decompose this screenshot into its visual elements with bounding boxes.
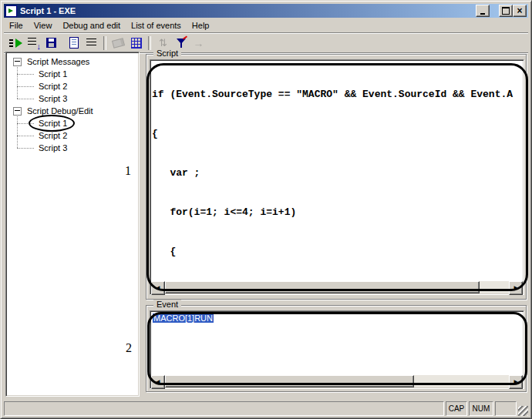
tree-item[interactable]: Script 3	[6, 142, 139, 154]
scroll-right-button[interactable]: ►	[509, 375, 523, 389]
step-icon: ⇅	[159, 38, 167, 48]
edit-script-icon	[69, 37, 79, 49]
edit-script-button[interactable]	[65, 35, 82, 52]
window-icon	[5, 5, 17, 17]
minimize-button[interactable]	[476, 5, 490, 17]
tree-item-label: Script 1	[37, 119, 69, 128]
event-horizontal-scrollbar[interactable]: ◄ ►	[151, 375, 523, 387]
event-list-button[interactable]	[82, 35, 100, 52]
code-horizontal-scrollbar[interactable]: ◄ ►	[151, 281, 523, 293]
tree-item[interactable]: Script 2	[6, 129, 139, 142]
save-button[interactable]	[42, 35, 60, 52]
tree-item[interactable]: Script 2	[6, 80, 139, 92]
tree-item-label: Script 1	[37, 69, 69, 79]
status-bar: CAP NUM	[4, 400, 528, 416]
window-title: Script 1 - EXE	[20, 6, 476, 15]
erase-button[interactable]	[109, 35, 127, 52]
scroll-lock-indicator	[495, 401, 517, 416]
tree-item-script-debug-edit[interactable]: Script Debug/Edit	[6, 105, 139, 117]
filter-icon	[176, 38, 187, 49]
script-groupbox: Script if (Event.SourceType == "MACRO" &…	[146, 49, 527, 300]
tree-item-label: Script 3	[37, 94, 69, 103]
collapse-toggle-icon[interactable]	[13, 107, 22, 116]
close-icon: ×	[517, 7, 522, 15]
tree-item-label: Script Debug/Edit	[25, 106, 95, 116]
load-script-button[interactable]	[25, 35, 42, 52]
menu-bar: File View Debug and edit List of events …	[4, 18, 528, 32]
scrollbar-track[interactable]	[165, 281, 509, 293]
tree-group-script-messages: Script Messages Script 1 Script 2 Script…	[6, 55, 139, 105]
scrollbar-thumb[interactable]	[165, 281, 480, 293]
app-window: Script 1 - EXE × File View Debug and edi…	[0, 0, 532, 419]
toolbar-separator	[103, 36, 106, 50]
collapse-toggle-icon[interactable]	[13, 58, 22, 66]
run-button[interactable]	[7, 35, 25, 52]
event-text: MACRO[1]RUN	[153, 313, 214, 323]
scrollbar-thumb[interactable]	[165, 375, 414, 387]
scroll-right-button[interactable]: ►	[509, 281, 523, 295]
code-line: var ;	[152, 166, 522, 179]
minimize-icon	[480, 13, 485, 15]
num-lock-indicator: NUM	[469, 401, 493, 416]
status-message-panel	[4, 401, 444, 416]
tree-item[interactable]: Script 1	[6, 68, 139, 80]
code-line: if (Event.SourceType == "MACRO" && Event…	[152, 88, 522, 101]
grid-button[interactable]	[127, 35, 145, 52]
title-bar[interactable]: Script 1 - EXE ×	[4, 4, 528, 18]
close-button[interactable]: ×	[513, 5, 527, 17]
maximize-button[interactable]	[499, 5, 513, 17]
tree-group-script-debug-edit: Script Debug/Edit Script 1 Script 2 Scri…	[6, 105, 139, 154]
event-groupbox-title: Event	[153, 300, 181, 309]
script-groupbox-title: Script	[153, 49, 181, 58]
menu-item-file[interactable]: File	[4, 19, 29, 32]
maximize-icon	[502, 7, 510, 15]
menu-item-list-of-events[interactable]: List of events	[126, 19, 187, 32]
tree-item-label: Script Messages	[25, 57, 91, 66]
scroll-left-button[interactable]: ◄	[151, 375, 165, 389]
grid-icon	[131, 38, 142, 49]
erase-icon	[112, 38, 125, 49]
save-icon	[46, 38, 56, 48]
event-groupbox: Event MACRO[1]RUN ◄ ►	[146, 300, 527, 392]
caps-lock-indicator: CAP	[446, 401, 467, 416]
tree-item[interactable]: Script 1	[6, 117, 139, 129]
code-line: for(i=1; i<=4; i=i+1)	[152, 206, 522, 219]
load-script-icon	[28, 38, 39, 48]
run-icon	[9, 39, 22, 48]
event-list-icon	[86, 39, 96, 47]
menu-item-view[interactable]: View	[29, 19, 58, 32]
menu-item-help[interactable]: Help	[187, 19, 215, 32]
tree-item[interactable]: Script 3	[6, 92, 139, 105]
scrollbar-track[interactable]	[165, 375, 509, 387]
tree-item-label: Script 2	[37, 131, 69, 140]
script-tree-panel[interactable]: Script Messages Script 1 Script 2 Script…	[5, 52, 140, 397]
script-code-text[interactable]: if (Event.SourceType == "MACRO" && Event…	[152, 62, 522, 280]
code-line: {	[152, 127, 522, 140]
tree-item-script-messages[interactable]: Script Messages	[6, 55, 139, 68]
script-code-editor[interactable]: if (Event.SourceType == "MACRO" && Event…	[150, 59, 524, 295]
go-icon: →	[194, 38, 204, 49]
code-line: {	[152, 245, 522, 258]
tree-item-label: Script 2	[37, 82, 69, 91]
tree-item-label: Script 3	[37, 143, 69, 153]
toolbar-separator	[148, 36, 151, 50]
scroll-left-button[interactable]: ◄	[151, 281, 165, 295]
selected-event-text: MACRO[1]RUN	[153, 313, 214, 323]
event-text-area[interactable]: MACRO[1]RUN ◄ ►	[150, 310, 524, 389]
menu-item-debug-and-edit[interactable]: Debug and edit	[57, 19, 126, 32]
resize-grip[interactable]	[518, 406, 528, 416]
